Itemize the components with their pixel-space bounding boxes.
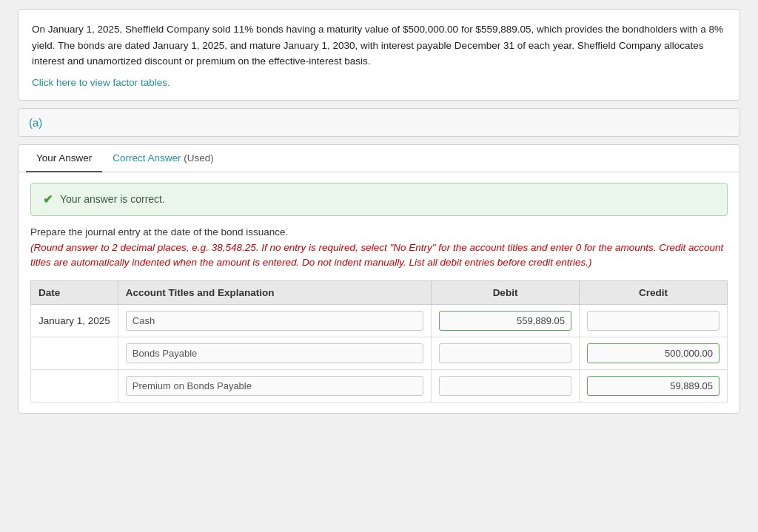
- correct-banner: ✔ Your answer is correct.: [30, 183, 728, 216]
- entry-credit-cell: [580, 337, 728, 370]
- entry-debit-cell: [432, 370, 580, 403]
- entry-date: [31, 370, 118, 403]
- credit-input[interactable]: [587, 311, 720, 331]
- problem-text: On January 1, 2025, Sheffield Company so…: [32, 21, 726, 70]
- entry-credit-cell: [580, 370, 728, 403]
- tab-correct-answer[interactable]: Correct Answer (Used): [102, 145, 224, 172]
- journal-table: Date Account Titles and Explanation Debi…: [30, 280, 728, 403]
- account-title-input[interactable]: [126, 376, 423, 396]
- credit-input[interactable]: [587, 376, 720, 396]
- entry-debit-cell: [432, 305, 580, 337]
- answer-body: ✔ Your answer is correct. Prepare the jo…: [19, 172, 739, 414]
- instruction-red: (Round answer to 2 decimal places, e.g. …: [30, 240, 728, 271]
- account-title-input[interactable]: [126, 343, 423, 363]
- entry-account-cell: [118, 370, 431, 403]
- entry-credit-cell: [580, 305, 728, 337]
- entry-date: January 1, 2025: [31, 305, 118, 337]
- account-title-input[interactable]: [126, 311, 423, 331]
- credit-input[interactable]: [587, 343, 720, 363]
- entry-debit-cell: [432, 337, 580, 370]
- entry-account-cell: [118, 305, 431, 337]
- checkmark-icon: ✔: [43, 192, 53, 206]
- entry-date: [31, 337, 118, 370]
- table-row: January 1, 2025: [31, 305, 728, 337]
- section-label: (a): [29, 116, 42, 129]
- answer-card: Your Answer Correct Answer (Used) ✔ Your…: [18, 144, 740, 414]
- section-card: (a): [18, 108, 740, 137]
- header-credit: Credit: [580, 281, 728, 305]
- table-row: [31, 370, 728, 403]
- correct-text: Your answer is correct.: [60, 193, 165, 205]
- header-account: Account Titles and Explanation: [118, 281, 431, 305]
- debit-input[interactable]: [439, 311, 571, 331]
- header-debit: Debit: [432, 281, 580, 305]
- entry-account-cell: [118, 337, 431, 370]
- factor-tables-link[interactable]: Click here to view factor tables.: [32, 77, 170, 88]
- debit-input[interactable]: [439, 376, 571, 396]
- problem-card: On January 1, 2025, Sheffield Company so…: [18, 9, 740, 101]
- debit-input[interactable]: [439, 343, 571, 363]
- header-date: Date: [31, 281, 118, 305]
- table-row: [31, 337, 728, 370]
- tab-your-answer[interactable]: Your Answer: [26, 145, 102, 172]
- instruction-normal: Prepare the journal entry at the date of…: [30, 226, 728, 238]
- tabs-row: Your Answer Correct Answer (Used): [19, 145, 739, 172]
